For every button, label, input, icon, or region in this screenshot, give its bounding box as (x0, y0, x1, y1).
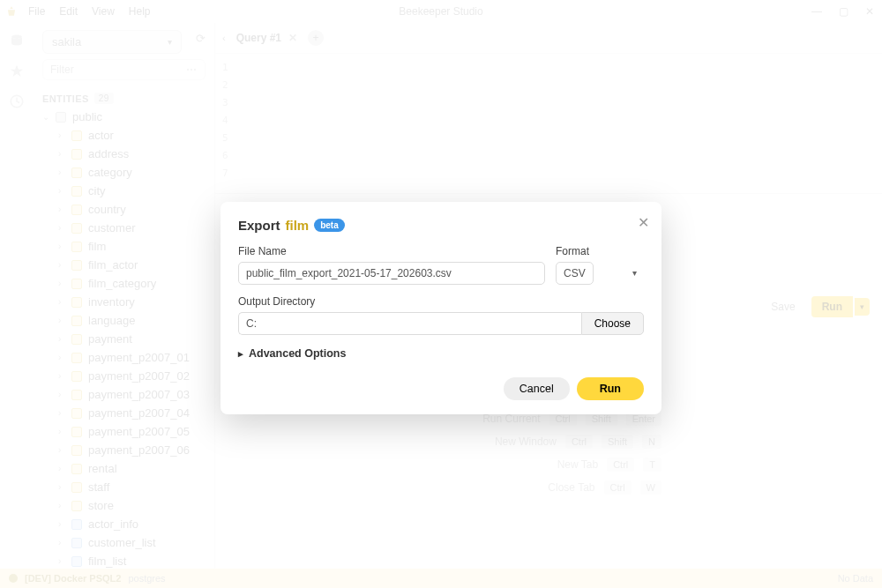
format-label: Format (556, 245, 644, 257)
format-select[interactable]: CSV (556, 262, 594, 285)
filename-input[interactable] (238, 262, 545, 285)
filename-label: File Name (238, 245, 545, 257)
modal-title-object: film (286, 218, 310, 233)
output-dir-label: Output Directory (238, 295, 644, 308)
output-dir-input[interactable] (238, 312, 581, 335)
chevron-right-icon: ▸ (238, 348, 243, 360)
export-modal: Export film beta ✕ File Name Format CSV … (220, 202, 662, 414)
field-filename: File Name (238, 245, 545, 285)
modal-close-icon[interactable]: ✕ (638, 214, 649, 231)
advanced-options-toggle[interactable]: ▸ Advanced Options (238, 347, 644, 360)
modal-title: Export film beta (238, 218, 644, 233)
chevron-down-icon: ▾ (632, 268, 637, 278)
choose-button[interactable]: Choose (581, 312, 644, 335)
modal-run-button[interactable]: Run (577, 377, 644, 400)
beta-badge: beta (314, 219, 345, 232)
modal-title-prefix: Export (238, 218, 280, 233)
advanced-options-label: Advanced Options (249, 347, 346, 360)
cancel-button[interactable]: Cancel (504, 377, 570, 400)
field-format: Format CSV ▾ (556, 245, 644, 285)
